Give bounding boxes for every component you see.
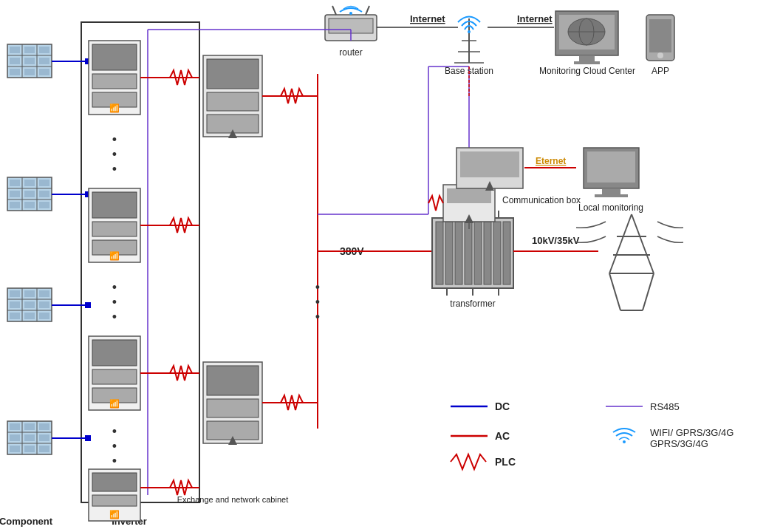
svg-text:•: • <box>112 439 117 454</box>
internet2-label: Internet <box>517 13 553 24</box>
svg-point-178 <box>657 52 663 58</box>
svg-rect-13 <box>24 69 35 75</box>
legend-dc: DC <box>495 400 510 412</box>
svg-rect-24 <box>24 191 35 197</box>
svg-rect-22 <box>39 180 49 186</box>
svg-rect-12 <box>10 69 20 75</box>
svg-rect-36 <box>39 290 49 297</box>
svg-point-161 <box>349 12 352 15</box>
svg-rect-156 <box>595 194 628 197</box>
svg-rect-56 <box>39 446 49 452</box>
svg-rect-117 <box>436 222 443 284</box>
svg-text:📶: 📶 <box>109 398 120 409</box>
legend-ac: AC <box>495 430 510 442</box>
svg-text:•: • <box>112 454 117 468</box>
svg-rect-20 <box>10 180 20 186</box>
svg-rect-26 <box>10 202 20 208</box>
svg-point-167 <box>468 30 471 33</box>
svg-rect-8 <box>39 47 49 53</box>
svg-rect-25 <box>39 191 49 197</box>
internet1-label: Internet <box>410 13 445 24</box>
transformer-label: transformer <box>450 299 495 309</box>
svg-rect-175 <box>574 61 600 64</box>
legend-wifi: WIFI/ GPRS/3G/4G <box>650 427 733 438</box>
svg-rect-120 <box>465 222 472 284</box>
svg-rect-52 <box>24 434 35 441</box>
svg-rect-42 <box>39 313 49 319</box>
svg-rect-119 <box>455 222 462 284</box>
svg-rect-118 <box>445 222 453 284</box>
local-monitoring-label: Local monitoring <box>578 202 643 213</box>
svg-text:•: • <box>112 295 117 310</box>
app-label: APP <box>652 66 669 76</box>
svg-rect-174 <box>579 55 595 61</box>
svg-rect-84 <box>92 369 137 384</box>
svg-rect-92 <box>92 495 137 506</box>
svg-rect-150 <box>460 151 519 177</box>
svg-rect-63 <box>85 302 91 308</box>
svg-text:•: • <box>112 280 117 295</box>
svg-rect-39 <box>39 301 49 308</box>
svg-rect-55 <box>24 446 35 452</box>
svg-rect-106 <box>207 399 259 417</box>
svg-rect-65 <box>85 435 91 441</box>
router-label: router <box>339 47 362 58</box>
svg-rect-23 <box>10 191 20 197</box>
svg-rect-75 <box>92 192 137 218</box>
svg-text:•: • <box>112 132 117 147</box>
svg-rect-35 <box>24 290 35 297</box>
svg-rect-7 <box>24 47 35 53</box>
svg-rect-100 <box>207 59 259 89</box>
svg-text:•: • <box>112 162 117 177</box>
svg-rect-67 <box>92 44 137 70</box>
svg-rect-51 <box>10 434 20 441</box>
svg-rect-105 <box>207 366 259 395</box>
svg-rect-155 <box>602 188 620 194</box>
eternet-label: Eternet <box>536 156 566 166</box>
svg-text:•: • <box>315 280 320 295</box>
comm-box-label: Communication box <box>502 195 581 205</box>
svg-text:📶: 📶 <box>109 250 120 261</box>
svg-rect-21 <box>24 180 35 186</box>
svg-text:📶: 📶 <box>109 509 120 519</box>
monitoring-cloud-label: Monitoring Cloud Center <box>539 66 635 76</box>
svg-rect-122 <box>484 222 491 284</box>
svg-text:•: • <box>112 147 117 162</box>
svg-rect-11 <box>39 58 49 64</box>
svg-text:GPRS/3G/4G: GPRS/3G/4G <box>650 438 708 449</box>
svg-rect-34 <box>10 290 20 297</box>
svg-rect-14 <box>39 69 49 75</box>
component-label: Component <box>0 516 53 527</box>
hv-label: 10kV/35kV <box>532 235 580 246</box>
svg-rect-143 <box>447 188 491 203</box>
svg-rect-53 <box>39 434 49 441</box>
legend-rs485: RS485 <box>650 401 680 412</box>
exchange-cabinet-label: Exchange and network cabinet <box>177 495 288 504</box>
svg-rect-37 <box>10 301 20 308</box>
svg-rect-177 <box>649 19 671 52</box>
svg-rect-38 <box>24 301 35 308</box>
svg-text:📶: 📶 <box>109 103 120 113</box>
svg-rect-28 <box>39 202 49 208</box>
svg-rect-123 <box>493 222 501 284</box>
svg-rect-68 <box>92 74 137 89</box>
svg-rect-6 <box>10 47 20 53</box>
svg-text:•: • <box>315 310 320 324</box>
svg-rect-54 <box>10 446 20 452</box>
svg-rect-10 <box>24 58 35 64</box>
svg-rect-124 <box>503 222 510 284</box>
svg-rect-50 <box>39 423 49 430</box>
legend-plc: PLC <box>495 456 516 468</box>
svg-rect-41 <box>24 313 35 319</box>
svg-rect-48 <box>10 423 20 430</box>
svg-rect-83 <box>92 340 137 366</box>
svg-rect-9 <box>10 58 20 64</box>
svg-rect-76 <box>92 222 137 236</box>
svg-point-186 <box>623 440 626 443</box>
svg-rect-49 <box>24 423 35 430</box>
svg-rect-91 <box>92 473 137 491</box>
svg-rect-101 <box>207 92 259 111</box>
svg-rect-121 <box>474 222 482 284</box>
svg-text:•: • <box>315 295 320 310</box>
svg-rect-40 <box>10 313 20 319</box>
